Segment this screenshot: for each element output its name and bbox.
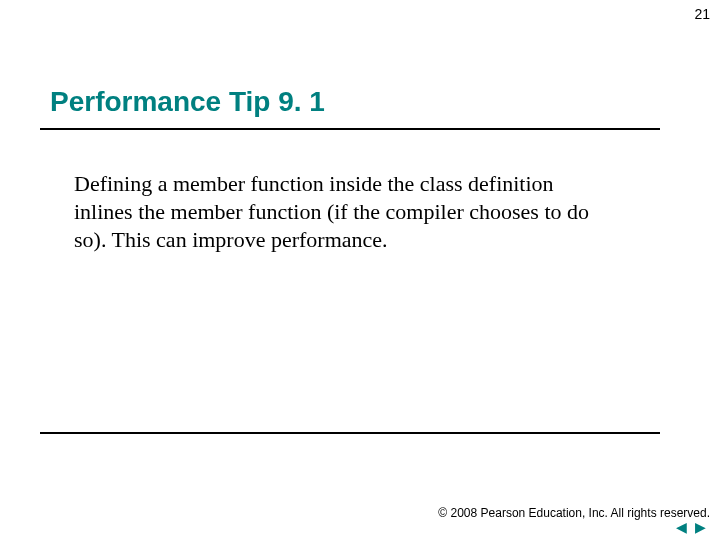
slide: 21 Performance Tip 9. 1 Defining a membe… bbox=[0, 0, 720, 540]
prev-slide-button[interactable]: ◀ bbox=[676, 519, 687, 535]
copyright-text: © 2008 Pearson Education, Inc. All right… bbox=[438, 506, 710, 520]
divider-bottom bbox=[40, 432, 660, 434]
page-number: 21 bbox=[694, 6, 710, 22]
body-text: Defining a member function inside the cl… bbox=[74, 170, 604, 254]
divider-top bbox=[40, 128, 660, 130]
nav-controls: ◀ ▶ bbox=[672, 518, 706, 536]
next-slide-button[interactable]: ▶ bbox=[695, 519, 706, 535]
slide-title: Performance Tip 9. 1 bbox=[50, 86, 325, 118]
